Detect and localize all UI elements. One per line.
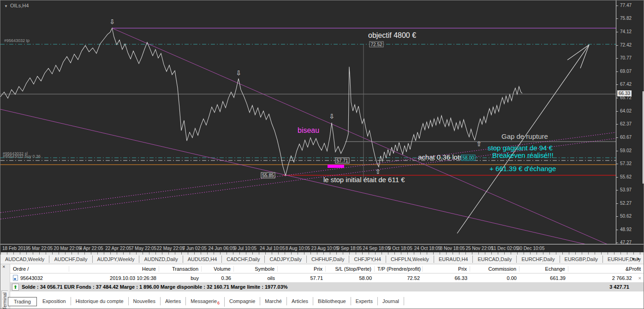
tab-journal[interactable]: Journal <box>378 297 404 305</box>
projection-arrow-head-1[interactable] <box>567 45 589 60</box>
chart-tab-chfhuf[interactable]: CHFHUF,Daily <box>307 256 350 263</box>
mt4-window: ▼OILs,H4 objectif 4800 €biseauGap de rup… <box>0 0 644 309</box>
chart-tab-audchf[interactable]: AUDCHF,Daily <box>49 256 92 263</box>
tab-trading[interactable]: Trading <box>8 297 37 306</box>
tab-experts[interactable]: Experts <box>351 297 378 305</box>
chart-title: ▼OILs,H4 <box>4 3 29 8</box>
order-row[interactable]: 956430322019.10.03 10:26:38buy0.36oils57… <box>10 273 644 283</box>
price-axis[interactable]: 77.4775.8274.1272.4270.7769.0767.4265.72… <box>616 0 644 244</box>
chart-canvas[interactable] <box>0 0 616 244</box>
price-axis-label: 53.97 <box>620 187 632 192</box>
time-axis-label: 24 Oct 18:05 <box>414 246 441 251</box>
projection-arrow-shaft[interactable] <box>457 45 589 233</box>
chart-tab-cadjpy[interactable]: CADJPY,Daily <box>265 256 307 263</box>
column-header[interactable]: Transaction <box>159 266 202 272</box>
time-axis-label: 23 Aug 10:05 <box>311 246 339 251</box>
price-axis-label: 48.92 <box>620 227 632 232</box>
time-axis-label: 30 Dec 10:05 <box>517 246 545 251</box>
order-cell: 0.00 <box>470 275 519 281</box>
column-header[interactable]: Volume <box>202 266 234 272</box>
order-cell: buy <box>159 275 202 281</box>
chart-tab-bar: AUDCAD,WeeklyAUDCHF,DailyAUDJPY,WeeklyAU… <box>0 255 644 264</box>
tab-scroll-left-button[interactable]: ◄ <box>631 256 637 261</box>
wedge-down-line-2[interactable] <box>0 109 586 244</box>
column-header[interactable]: Prix <box>278 266 326 272</box>
time-axis-label: 8 Aug 10:05 <box>286 246 310 251</box>
chart-tab-chfjpy[interactable]: CHFJPY,H4 <box>349 256 386 263</box>
chart-tab-audcad[interactable]: AUDCAD,Weekly <box>0 256 49 263</box>
column-header[interactable]: Echange <box>519 266 568 272</box>
tab-historique-du-compte[interactable]: Historique du compte <box>71 297 129 305</box>
time-axis-label: 7 May 22:05 <box>131 246 156 251</box>
tab-scroll-right-button[interactable]: ► <box>637 256 643 261</box>
tab-articles[interactable]: Articles <box>287 297 313 305</box>
terminal-close-button[interactable]: × <box>2 264 5 269</box>
tab-exposition[interactable]: Exposition <box>38 297 71 305</box>
time-axis-label: 9 Sep 18:05 <box>337 246 362 251</box>
price-axis-label: 57.32 <box>620 161 632 166</box>
price-axis-label: 60.67 <box>620 135 632 140</box>
magenta-highlight-zone[interactable] <box>328 165 344 168</box>
tab-messagerie[interactable]: Messagerie6 <box>186 297 225 307</box>
tab-compagnie[interactable]: Compagnie <box>225 297 260 305</box>
time-axis-label: 25 Nov 22:05 <box>465 246 493 251</box>
price-axis-label: 55.62 <box>620 174 632 179</box>
time-axis-label: 4 Apr 22:05 <box>79 246 103 251</box>
price-axis-label: 62.37 <box>620 121 632 126</box>
column-header[interactable]: S/L (Stop/Perte) <box>326 266 375 272</box>
chart-tab-eurcad[interactable]: EURCAD,Daily <box>473 256 517 263</box>
chart-tab-eurgbp[interactable]: EURGBP,Daily <box>560 256 603 263</box>
time-axis-label: 24 Jun 06:05 <box>208 246 235 251</box>
column-header[interactable]: Heure <box>69 266 159 272</box>
column-header[interactable]: Prix <box>423 266 470 272</box>
orders-table-header[interactable]: Ordre /HeureTransactionVolumeSymbolePrix… <box>10 264 644 273</box>
balance-text: Solde : 34 056.71 EUR Fonds : 37 484.42 … <box>22 284 288 290</box>
wedge-up-dotted-1[interactable] <box>0 132 616 213</box>
chart-tab-euraud[interactable]: EURAUD,H4 <box>434 256 473 263</box>
time-axis-label: 7 Jun 02:05 <box>183 246 207 251</box>
balance-row: ⬆ Solde : 34 056.71 EUR Fonds : 37 484.4… <box>10 282 644 291</box>
time-axis-label: 24 Sep 18:05 <box>363 246 390 251</box>
price-axis-label: 52.27 <box>620 201 632 206</box>
chart-tab-audjpy[interactable]: AUDJPY,Weekly <box>93 256 140 263</box>
order-cell: 57.71 <box>278 275 326 281</box>
price-axis-label: 72.42 <box>620 42 632 48</box>
chart-tab-chfpln[interactable]: CHFPLN,Weekly <box>386 256 434 263</box>
price-axis-label: 59.02 <box>620 148 632 153</box>
price-axis-label: 67.42 <box>620 82 632 87</box>
time-axis-label: 11 Dec 02:05 <box>491 246 519 251</box>
column-header[interactable]: Symbole <box>234 266 278 272</box>
chart-panel[interactable]: ▼OILs,H4 objectif 4800 €biseauGap de rup… <box>0 0 644 255</box>
price-axis-label: 74.12 <box>620 29 632 34</box>
messagerie-badge: 6 <box>217 301 220 305</box>
time-axis-label: 20 Mar 22:05 <box>54 246 81 251</box>
price-axis-drag-handle[interactable] <box>643 91 644 184</box>
projection-arrow-head-2[interactable] <box>580 45 589 68</box>
time-axis-label: 9 Oct 18:05 <box>388 246 412 251</box>
chart-tab-audnzd[interactable]: AUDNZD,Daily <box>139 256 183 263</box>
time-axis[interactable]: 18 Feb 20195 Mar 22:0520 Mar 22:054 Apr … <box>0 244 644 253</box>
column-header[interactable]: Commission <box>470 266 519 272</box>
price-axis-label: 75.82 <box>620 16 632 21</box>
close-order-button[interactable]: × <box>638 275 641 281</box>
chevron-down-icon[interactable]: ▼ <box>4 4 8 8</box>
time-axis-label: 22 Apr 22:05 <box>105 246 131 251</box>
column-header[interactable]: T/P (Prendre/profit) <box>375 266 423 272</box>
column-header[interactable]: &Profit <box>568 266 644 272</box>
chart-symbol-period: OILs,H4 <box>10 3 29 8</box>
wedge-up-dotted-2[interactable] <box>0 138 616 219</box>
tab-alertes[interactable]: Alertes <box>161 297 186 305</box>
order-cell: 661.39 <box>519 275 568 281</box>
tab-nouvelles[interactable]: Nouvelles <box>129 297 161 305</box>
chart-tab-audusd[interactable]: AUDUSD,H4 <box>183 256 222 263</box>
order-cell: 58.00 <box>326 275 375 281</box>
terminal-panel-label[interactable]: Terminal <box>1 291 8 309</box>
time-axis-label: 5 Mar 22:05 <box>28 246 53 251</box>
tab-marché[interactable]: Marché <box>260 297 287 305</box>
tab-bibliotheque[interactable]: Bibliotheque <box>313 297 351 305</box>
chart-tab-cadchf[interactable]: CADCHF,Daily <box>222 256 265 263</box>
chart-tab-eurchf[interactable]: EURCHF,Daily <box>517 256 560 263</box>
column-header[interactable]: Ordre / <box>10 266 69 272</box>
total-profit: 3 427.71 <box>609 284 644 290</box>
orders-table: Ordre /HeureTransactionVolumeSymbolePrix… <box>10 264 644 283</box>
